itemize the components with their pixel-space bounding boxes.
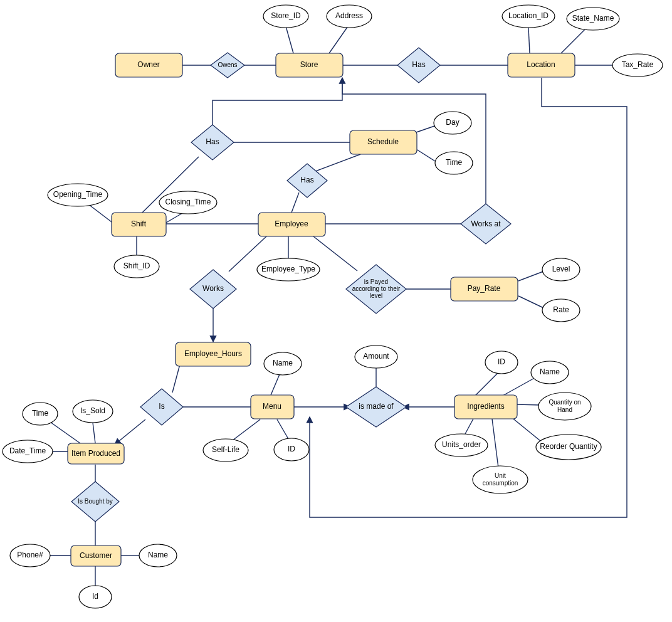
svg-point-126 [10, 544, 50, 567]
attr-rate: Rate [542, 299, 580, 322]
svg-rect-55 [258, 213, 325, 236]
svg-marker-70 [346, 387, 406, 427]
attr-level: Level [542, 258, 580, 281]
svg-marker-71 [71, 482, 119, 522]
attr-time-sched: Time [435, 152, 473, 174]
attr-amount: Amount [355, 345, 397, 368]
svg-point-92 [257, 258, 320, 281]
rel-store-location-has: Has [397, 48, 440, 83]
attr-state-name: State_Name [567, 8, 619, 30]
svg-line-13 [291, 192, 299, 213]
attr-menu-id: ID [274, 438, 309, 461]
svg-point-124 [3, 440, 53, 463]
svg-line-6 [528, 28, 530, 53]
entity-location: Location [508, 53, 575, 77]
entity-pay-rate: Pay_Rate [451, 277, 518, 301]
svg-rect-57 [176, 342, 251, 366]
attr-phone: Phone# [10, 544, 50, 567]
svg-point-130 [79, 586, 112, 608]
svg-line-39 [510, 416, 544, 444]
svg-line-31 [277, 419, 288, 439]
entity-employee-hours: Employee_Hours [176, 342, 251, 366]
attr-cust-id: Id [79, 586, 112, 608]
svg-line-10 [416, 126, 434, 132]
entity-shift: Shift [112, 213, 166, 236]
er-diagram: Owner Store Location Schedule Shift Empl… [0, 0, 672, 622]
attr-unit-consumption: Unit consumption [473, 466, 528, 493]
attr-qoh: Quantity on Hand [538, 393, 591, 420]
svg-rect-53 [350, 130, 417, 154]
svg-point-72 [263, 5, 308, 28]
svg-line-2 [286, 26, 293, 53]
rel-is: Is [140, 389, 183, 425]
entity-owner: Owner [115, 53, 182, 77]
attr-store-id: Store_ID [263, 5, 308, 28]
attr-opening-time: Opening_Time [48, 184, 108, 206]
svg-point-86 [48, 184, 108, 206]
entity-item-produced: Item Produced [68, 443, 124, 464]
attr-cust-name: Name [139, 544, 177, 567]
svg-marker-69 [140, 389, 183, 425]
svg-rect-50 [115, 53, 182, 77]
entity-ingredients: Ingredients [454, 395, 517, 419]
svg-line-36 [475, 373, 498, 396]
svg-line-21 [313, 236, 357, 271]
svg-rect-60 [68, 443, 124, 464]
svg-point-76 [502, 5, 555, 28]
attr-location-id: Location_ID [502, 5, 555, 28]
svg-point-108 [531, 361, 569, 384]
svg-line-38 [517, 404, 540, 405]
svg-point-118 [435, 434, 488, 456]
svg-line-12 [314, 154, 360, 172]
svg-rect-61 [71, 546, 121, 566]
svg-point-128 [139, 544, 177, 567]
svg-marker-64 [191, 125, 234, 160]
svg-line-43 [93, 423, 95, 443]
entity-store: Store [276, 53, 343, 77]
attr-self-life: Self-Life [203, 439, 248, 461]
svg-point-94 [542, 258, 580, 281]
svg-line-40 [492, 419, 498, 468]
rel-works-at: Works at [461, 204, 511, 244]
svg-point-122 [73, 400, 113, 423]
rel-store-schedule-has: Has [191, 125, 234, 160]
attr-day: Day [434, 112, 471, 134]
rel-works: Works [190, 270, 236, 308]
svg-rect-52 [508, 53, 575, 77]
attr-ip-time: Time [23, 403, 58, 425]
svg-point-84 [435, 152, 473, 174]
svg-line-41 [465, 419, 473, 434]
rel-owens: Owens [211, 53, 244, 78]
svg-point-106 [485, 351, 518, 374]
svg-point-74 [327, 5, 372, 28]
svg-point-120 [23, 403, 58, 425]
svg-point-88 [159, 191, 217, 214]
svg-rect-58 [251, 395, 294, 419]
svg-line-32 [232, 419, 260, 441]
svg-point-104 [355, 345, 397, 368]
svg-point-110 [538, 393, 591, 420]
svg-point-115 [473, 466, 528, 493]
svg-rect-54 [112, 213, 166, 236]
attr-date-time: Date_Time [3, 440, 53, 463]
entity-schedule: Schedule [350, 130, 417, 154]
svg-rect-56 [451, 277, 518, 301]
svg-line-24 [518, 296, 545, 308]
attr-ing-id: ID [485, 351, 518, 374]
svg-point-96 [542, 299, 580, 322]
svg-marker-67 [346, 265, 406, 314]
rel-is-bought-by: Is Bought by [71, 482, 119, 522]
rel-is-made-of: is made of [346, 387, 406, 427]
attr-ing-name: Name [531, 361, 569, 384]
svg-marker-63 [397, 48, 440, 83]
svg-point-80 [612, 54, 663, 76]
attr-employee-type: Employee_Type [257, 258, 320, 281]
svg-point-100 [274, 438, 309, 461]
svg-line-11 [416, 149, 435, 161]
rel-is-payed: is Payed according to their level [346, 265, 406, 314]
entity-employee: Employee [258, 213, 325, 236]
attr-units-order: Units_order [435, 434, 488, 456]
svg-line-37 [503, 377, 537, 396]
svg-rect-59 [454, 395, 517, 419]
svg-point-98 [264, 352, 302, 375]
